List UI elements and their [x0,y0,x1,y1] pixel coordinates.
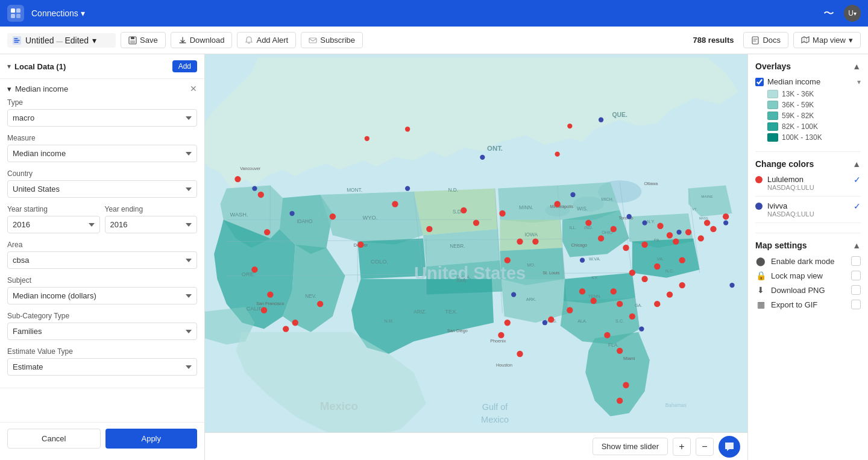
year-start-select[interactable]: 20142015201620172018 [7,216,100,233]
overlay-checkbox[interactable] [755,78,764,86]
country-select[interactable]: United States Canada Mexico [7,180,197,198]
show-time-slider-button[interactable]: Show time slider [593,438,668,455]
map-settings-collapse-icon[interactable]: ▲ [852,241,861,250]
chat-button[interactable] [719,436,740,458]
subscribe-button[interactable]: Subscribe [301,32,363,48]
map-view-button[interactable]: Map view ▾ [793,32,861,48]
title-chevron: ▾ [92,36,96,45]
svg-point-162 [639,326,644,331]
dark-mode-setting: ⬤ Enable dark mode [755,256,861,266]
legend-label-1: 13K - 36K [782,90,814,98]
overlay-expand-icon[interactable]: ▾ [857,78,861,86]
lululemon-name: Lululemon [767,175,849,184]
close-icon[interactable]: ✕ [190,84,197,93]
dark-mode-checkbox[interactable] [851,256,861,266]
docs-icon [751,36,760,45]
overlays-collapse-icon[interactable]: ▲ [852,61,861,71]
change-colors-title: Change colors [755,159,814,169]
download-button[interactable]: Download [171,32,233,48]
svg-point-164 [511,292,516,297]
type-select[interactable]: macro micro [7,109,197,127]
svg-text:S.C.: S.C. [615,318,624,324]
measure-select[interactable]: Median income Total income [7,145,197,162]
connections-menu[interactable]: Connections ▾ [31,8,85,18]
svg-point-119 [657,223,663,229]
svg-point-97 [251,266,257,273]
svg-text:Miami: Miami [623,356,635,361]
svg-text:United States: United States [414,263,526,283]
estimate-label: Estimate Value Type [7,347,197,356]
estimate-select[interactable]: Estimate Margin of error [7,358,197,376]
svg-point-152 [252,186,257,191]
apply-button[interactable]: Apply [105,429,198,449]
svg-text:MONT.: MONT. [347,187,362,193]
svg-text:Mexico: Mexico [320,400,358,412]
area-select[interactable]: cbsa county state [7,251,197,269]
subcategory-select[interactable]: Families Households Individuals [7,323,197,340]
year-end-select[interactable]: 20142015201620172018 [105,216,198,233]
dark-mode-icon: ⬤ [755,256,766,266]
svg-point-144 [604,332,610,338]
document-title[interactable]: Untitled — Edited ▾ [7,33,116,48]
ivivva-check[interactable]: ✓ [854,201,861,211]
company-ivivva: Ivivva NASDAQ:LULU ✓ [755,201,861,223]
collapse-data-icon[interactable]: ▾ [7,84,11,93]
svg-point-157 [642,220,647,225]
lock-map-checkbox[interactable] [851,271,861,280]
cancel-button[interactable]: Cancel [7,429,101,449]
svg-text:ALA.: ALA. [577,318,587,324]
svg-text:VT.: VT. [692,207,697,211]
app-logo[interactable] [7,5,24,22]
export-gif-checkbox[interactable] [851,300,861,309]
lock-map-label: Lock map view [771,271,846,280]
download-png-checkbox[interactable] [851,285,861,295]
pulse-icon[interactable]: 〜 [823,6,834,20]
svg-text:San Diego: San Diego [447,328,468,333]
legend-item-1: 13K - 36K [767,90,861,98]
country-label: Country [7,169,197,178]
svg-rect-9 [752,37,758,44]
svg-point-131 [611,288,617,294]
zoom-in-button[interactable]: + [673,438,691,456]
svg-point-132 [617,301,623,307]
collapse-icon[interactable]: ▾ [7,62,11,71]
svg-point-111 [505,257,511,263]
subject-select[interactable]: Median income (dollars) Mean income (dol… [7,287,197,304]
avatar[interactable]: U ▾ [844,5,861,22]
svg-point-99 [261,307,267,313]
save-icon [128,36,137,45]
svg-text:ARK.: ARK. [526,297,536,302]
estimate-field: Estimate Value Type Estimate Margin of e… [7,347,197,376]
topbar-right: 〜 U ▾ [823,5,861,22]
svg-text:MO.: MO. [527,262,535,268]
sidebar-header: ▾ Local Data (1) Add [0,54,204,79]
svg-text:COLO.: COLO. [371,259,388,265]
svg-point-109 [499,210,505,216]
legend-color-1 [767,90,778,98]
download-png-icon: ⬇ [755,285,766,295]
country-field: Country United States Canada Mexico [7,169,197,198]
svg-point-154 [405,186,410,191]
save-button[interactable]: Save [121,32,166,48]
svg-point-100 [283,326,289,332]
svg-point-165 [480,155,485,160]
map-area[interactable]: WASH. IDAHO ORE. CALIF. NEV. WYO. COLO. … [205,54,747,460]
svg-text:Chicago: Chicago [571,242,588,248]
docs-button[interactable]: Docs [743,32,788,48]
legend-color-3 [767,112,778,120]
measure-field: Measure Median income Total income [7,134,197,162]
svg-point-125 [710,226,716,232]
type-label: Type [7,98,197,107]
add-alert-button[interactable]: Add Alert [237,32,296,48]
svg-text:Houston: Houston [496,362,512,368]
svg-point-155 [627,214,632,219]
zoom-out-button[interactable]: − [696,438,714,456]
svg-text:NEV.: NEV. [305,294,316,299]
svg-point-107 [461,207,467,213]
svg-point-118 [641,242,647,248]
add-button[interactable]: Add [172,60,197,72]
svg-text:ONT.: ONT. [487,145,503,152]
lululemon-check[interactable]: ✓ [854,175,861,184]
svg-text:IDAHO: IDAHO [297,219,313,224]
change-colors-collapse-icon[interactable]: ▲ [852,159,861,169]
